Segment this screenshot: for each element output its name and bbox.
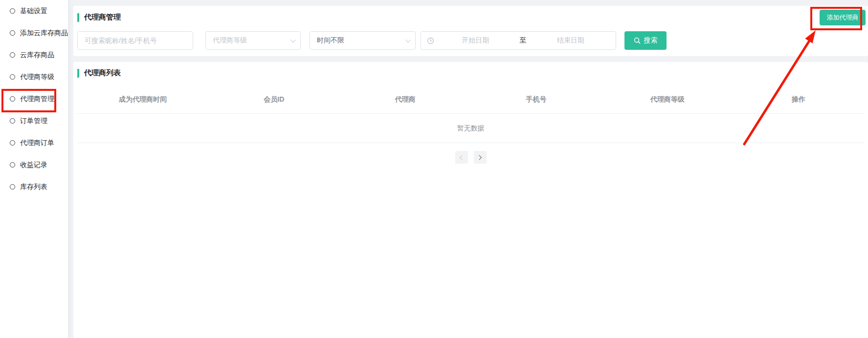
list-panel-title: 代理商列表 — [77, 68, 121, 78]
agent-level-select-value: 代理商等级 — [213, 36, 247, 45]
search-input[interactable] — [78, 32, 193, 49]
title-accent-bar — [77, 69, 79, 78]
date-range-picker[interactable]: 开始日期 至 结束日期 — [421, 31, 616, 50]
table-header-row: 成为代理商时间 会员ID 代理商 手机号 代理商等级 操作 — [77, 85, 864, 114]
sidebar-item[interactable]: 代理商等级 — [0, 66, 68, 88]
sidebar-item-label: 添加云库存商品 — [20, 29, 68, 38]
sidebar-item-label: 代理商管理 — [20, 95, 54, 104]
time-range-select-value: 时间不限 — [317, 36, 344, 45]
time-range-select[interactable]: 时间不限 — [310, 31, 416, 50]
table-column-header: 代理商等级 — [602, 95, 733, 104]
sidebar-item[interactable]: 基础设置 — [0, 0, 68, 22]
sidebar-item[interactable]: 云库存商品 — [0, 44, 68, 66]
sidebar-item-label: 代理商订单 — [20, 139, 54, 148]
clock-icon — [427, 37, 434, 44]
search-button-label: 搜索 — [644, 36, 658, 45]
chevron-left-icon — [460, 155, 465, 160]
sidebar-item-label: 基础设置 — [20, 7, 47, 16]
table-column-header: 成为代理商时间 — [77, 95, 208, 104]
empty-state: 暂无数据 — [77, 114, 864, 143]
sidebar-item-label: 库存列表 — [20, 183, 47, 191]
list-title: 代理商列表 — [84, 68, 121, 78]
table-column-header: 会员ID — [208, 95, 339, 104]
sidebar-item[interactable]: 添加云库存商品 — [0, 22, 68, 44]
chevron-right-icon — [477, 155, 482, 160]
end-date-input[interactable]: 结束日期 — [532, 36, 610, 45]
sidebar-item-label: 收益记录 — [20, 161, 47, 169]
table-column-header: 代理商 — [339, 95, 470, 104]
magnifier-icon — [634, 37, 641, 44]
sidebar-item-label: 代理商等级 — [20, 73, 54, 82]
chevron-down-icon — [405, 37, 411, 42]
ring-icon — [10, 184, 15, 190]
chevron-down-icon — [290, 37, 296, 42]
ring-icon — [10, 140, 15, 146]
search-button[interactable]: 搜索 — [624, 31, 667, 50]
pagination — [73, 151, 868, 164]
sidebar-item[interactable]: 代理商管理 — [0, 88, 68, 110]
filter-panel: 代理商管理 代理商等级 时间不限 开始日期 至 结束日期 搜索 — [73, 6, 868, 56]
ring-icon — [10, 96, 15, 102]
table-column-header: 手机号 — [471, 95, 602, 104]
add-agent-button[interactable]: 添加代理商 — [820, 10, 866, 25]
ring-icon — [10, 118, 15, 124]
title-accent-bar — [77, 13, 79, 22]
pagination-prev-button[interactable] — [455, 151, 468, 164]
date-separator: 至 — [517, 36, 530, 45]
empty-state-text: 暂无数据 — [457, 124, 485, 133]
sidebar-item[interactable]: 代理商订单 — [0, 132, 68, 154]
ring-icon — [10, 8, 15, 14]
sidebar-item-label: 订单管理 — [20, 117, 47, 126]
sidebar-item[interactable]: 收益记录 — [0, 154, 68, 176]
ring-icon — [10, 30, 15, 36]
ring-icon — [10, 74, 15, 80]
ring-icon — [10, 162, 15, 168]
sidebar: 基础设置 添加云库存商品 云库存商品 代理商等级 代理商管理 — [0, 0, 68, 338]
page-title: 代理商管理 — [84, 13, 121, 22]
keyword-search-field — [77, 31, 193, 50]
ring-icon — [10, 52, 15, 58]
sidebar-item-label: 云库存商品 — [20, 51, 54, 60]
table-column-header: 操作 — [733, 95, 864, 104]
agent-list-panel: 代理商列表 成为代理商时间 会员ID 代理商 手机号 代理商等级 操作 暂无数据 — [73, 62, 868, 338]
sidebar-item[interactable]: 库存列表 — [0, 176, 68, 198]
start-date-input[interactable]: 开始日期 — [436, 36, 515, 45]
pagination-next-button[interactable] — [474, 151, 487, 164]
filter-panel-title: 代理商管理 — [77, 13, 121, 22]
sidebar-item[interactable]: 订单管理 — [0, 110, 68, 132]
agent-level-select[interactable]: 代理商等级 — [205, 31, 301, 50]
